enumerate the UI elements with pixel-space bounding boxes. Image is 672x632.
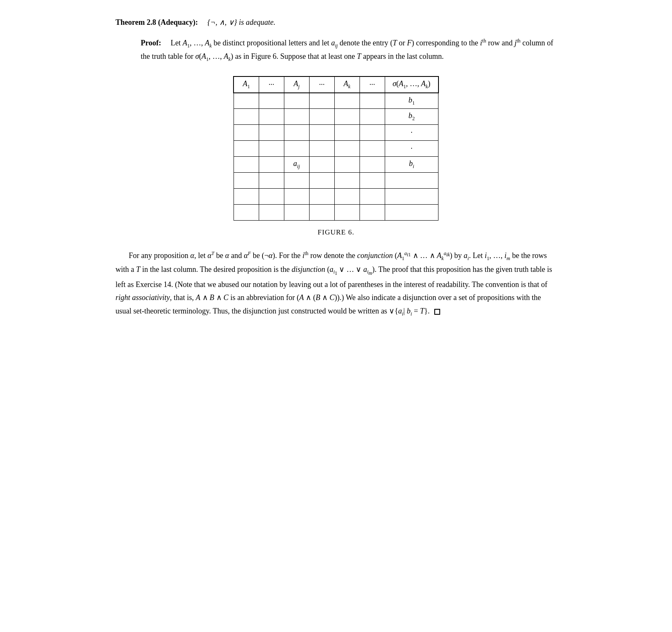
- cell: [234, 189, 259, 205]
- cell: [360, 205, 385, 221]
- cell: [334, 173, 360, 189]
- cell-bi: bi: [385, 157, 438, 173]
- col-header-A1: A1: [234, 76, 259, 93]
- cell: [284, 125, 309, 141]
- cell: [334, 109, 360, 125]
- cell: [385, 189, 438, 205]
- cell: [284, 109, 309, 125]
- cell: [309, 141, 334, 157]
- cell-dot1: ·: [385, 125, 438, 141]
- cell: [309, 157, 334, 173]
- theorem-statement: {¬, ∧, ∨} is adequate.: [207, 18, 276, 26]
- second-paragraph: For any proposition α, let αT be α and α…: [116, 249, 556, 318]
- col-header-Ak: Ak: [334, 76, 360, 93]
- cell: [259, 189, 284, 205]
- cell: [259, 157, 284, 173]
- cell-aij: aij: [284, 157, 309, 173]
- cell: [234, 205, 259, 221]
- table-row: b1: [234, 93, 438, 109]
- theorem-line: Theorem 2.8 (Adequacy): {¬, ∧, ∨} is ade…: [116, 17, 556, 28]
- cell: [234, 109, 259, 125]
- col-header-dots3: ···: [360, 76, 385, 93]
- cell: [259, 109, 284, 125]
- theorem-title: Theorem 2.8 (Adequacy):: [116, 18, 198, 26]
- cell: [334, 157, 360, 173]
- cell: [284, 141, 309, 157]
- cell: [309, 109, 334, 125]
- cell: [334, 205, 360, 221]
- cell: [259, 93, 284, 109]
- cell: [309, 189, 334, 205]
- cell: [385, 205, 438, 221]
- cell: [259, 125, 284, 141]
- proof-label: Proof:: [141, 39, 161, 47]
- cell: [259, 141, 284, 157]
- cell: [234, 125, 259, 141]
- cell: [284, 189, 309, 205]
- table-row: ·: [234, 125, 438, 141]
- cell-b1: b1: [385, 93, 438, 109]
- cell: [309, 125, 334, 141]
- table-row: [234, 205, 438, 221]
- cell: [259, 173, 284, 189]
- cell: [360, 93, 385, 109]
- cell: [334, 93, 360, 109]
- cell: [309, 93, 334, 109]
- table-row: [234, 189, 438, 205]
- cell: [234, 93, 259, 109]
- cell: [334, 189, 360, 205]
- cell: [360, 157, 385, 173]
- figure-container: A1 ··· Aj ··· Ak ··· σ(A1, …, Ak): [116, 76, 556, 237]
- cell: [334, 141, 360, 157]
- cell: [385, 173, 438, 189]
- cell: [334, 125, 360, 141]
- cell: [360, 125, 385, 141]
- table-row: ·: [234, 141, 438, 157]
- table-row: aij bi: [234, 157, 438, 173]
- cell: [234, 141, 259, 157]
- page-content: Theorem 2.8 (Adequacy): {¬, ∧, ∨} is ade…: [116, 17, 556, 318]
- col-header-Aj: Aj: [284, 76, 309, 93]
- proof-block: Proof: Let A1, …, Ak be distinct proposi…: [116, 37, 556, 63]
- cell: [309, 173, 334, 189]
- col-header-sigma: σ(A1, …, Ak): [385, 76, 438, 93]
- table-row: [234, 173, 438, 189]
- cell: [360, 189, 385, 205]
- col-header-dots1: ···: [259, 76, 284, 93]
- cell: [234, 173, 259, 189]
- cell: [360, 109, 385, 125]
- cell: [284, 93, 309, 109]
- cell: [284, 173, 309, 189]
- end-proof-box: [434, 309, 440, 315]
- cell: [284, 205, 309, 221]
- cell: [360, 173, 385, 189]
- proof-text-1: Let A1, …, Ak be distinct propositional …: [141, 39, 553, 61]
- truth-table: A1 ··· Aj ··· Ak ··· σ(A1, …, Ak): [233, 76, 439, 221]
- col-header-dots2: ···: [309, 76, 334, 93]
- cell: [309, 205, 334, 221]
- cell-dot2: ·: [385, 141, 438, 157]
- cell-b2: b2: [385, 109, 438, 125]
- proof-first-paragraph: Proof: Let A1, …, Ak be distinct proposi…: [141, 37, 556, 63]
- cell: [234, 157, 259, 173]
- table-header-row: A1 ··· Aj ··· Ak ··· σ(A1, …, Ak): [234, 76, 438, 93]
- cell: [259, 205, 284, 221]
- table-row: b2: [234, 109, 438, 125]
- cell: [360, 141, 385, 157]
- figure-caption: FIGURE 6.: [318, 228, 354, 237]
